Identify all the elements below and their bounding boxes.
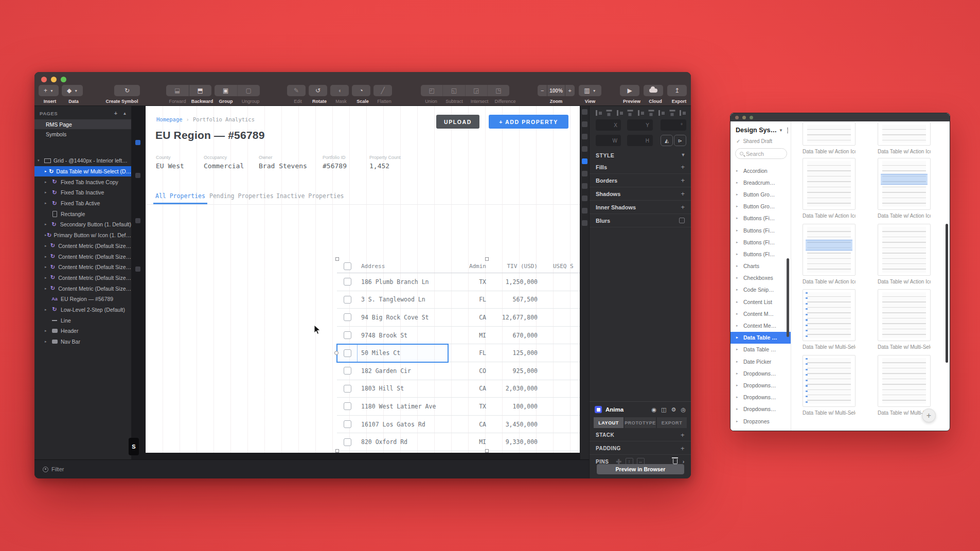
disclosure-triangle-icon[interactable] (38, 158, 43, 163)
library-category-item[interactable]: Dropdowns… (730, 379, 791, 391)
column-header-tiv[interactable]: TIV (USD) (486, 263, 538, 270)
upload-button[interactable]: UPLOAD (436, 115, 479, 129)
component-thumbnail[interactable]: Data Table w/ Multi-Select (… (803, 355, 856, 416)
target-icon[interactable]: ◉ (652, 406, 657, 413)
anima-tab[interactable]: EXPORT (657, 417, 687, 428)
row-checkbox[interactable] (344, 296, 351, 304)
intersect-button[interactable]: ◲ (465, 85, 487, 96)
disclosure-triangle-icon[interactable] (45, 276, 49, 280)
disclosure-triangle-icon[interactable] (736, 395, 740, 399)
disclosure-triangle-icon[interactable] (736, 371, 740, 376)
disclosure-triangle-icon[interactable] (736, 240, 740, 244)
panel-icon[interactable]: ◫ (661, 406, 666, 413)
plugin-strip-icon[interactable] (582, 220, 587, 226)
plugin-strip-icon[interactable] (582, 134, 587, 139)
plugin-strip-icon[interactable] (582, 146, 587, 152)
row-checkbox[interactable] (344, 420, 351, 428)
close-button[interactable] (41, 77, 47, 82)
disclosure-triangle-icon[interactable] (736, 312, 740, 316)
layer-row[interactable]: Primary Button w/ Icon (1. Def… (34, 230, 131, 241)
row-checkbox[interactable] (344, 278, 351, 286)
library-category-item[interactable]: Checkboxes (730, 272, 791, 284)
disclosure-triangle-icon[interactable] (736, 169, 740, 173)
disclosure-triangle-icon[interactable] (736, 204, 740, 208)
width-field[interactable]: W (596, 135, 621, 146)
canvas-gutter-icon[interactable] (135, 173, 140, 178)
flip-vertical-button[interactable]: ⊳ (674, 135, 686, 146)
layer-row[interactable]: EU Region — #56789 (34, 294, 131, 305)
page-item[interactable]: RMS Page (34, 119, 131, 129)
layer-row[interactable]: Data Table w/ Multi-Select (D… (34, 166, 131, 177)
style-section-header[interactable]: STYLE ▼ (596, 152, 686, 158)
disclosure-triangle-icon[interactable] (45, 340, 50, 344)
trash-icon[interactable] (673, 459, 678, 464)
layer-row[interactable]: Fixed Tab Inactive Copy (34, 176, 131, 187)
minimize-button[interactable] (51, 77, 57, 82)
add-component-button[interactable]: + (922, 408, 936, 422)
library-category-item[interactable]: Data Table … (730, 344, 791, 356)
breadcrumb-home-link[interactable]: Homepage (156, 116, 183, 122)
mask-button[interactable]: ◖ (330, 85, 349, 96)
plugin-strip-icon[interactable] (582, 109, 587, 115)
insert-button[interactable]: +▼ (39, 85, 59, 96)
disclosure-triangle-icon[interactable] (45, 222, 50, 226)
style-row[interactable]: Blurs (590, 214, 691, 227)
layer-row[interactable]: Rectangle (34, 208, 131, 219)
align-top-icon[interactable] (607, 110, 612, 116)
distribute-v-icon[interactable] (669, 110, 675, 116)
component-preview[interactable] (803, 355, 856, 407)
resize-handle[interactable] (335, 449, 339, 453)
resize-handle[interactable] (485, 257, 489, 261)
search-box[interactable] (735, 148, 787, 159)
table-row[interactable]: 16107 Los Gatos Rd CA 3,450,000 (337, 416, 580, 434)
component-thumbnail[interactable]: Data Table w/ Action Icon (Z… (878, 224, 931, 285)
style-row[interactable]: Shadows + (590, 187, 691, 201)
canvas[interactable]: Homepage›Portfolio Analytics EU Region —… (132, 106, 580, 459)
disclosure-triangle-icon[interactable] (45, 287, 49, 291)
library-category-item[interactable]: Content List (730, 296, 791, 308)
distribute-h-icon[interactable] (658, 110, 665, 116)
library-category-item[interactable]: Content M… (730, 308, 791, 319)
library-category-item[interactable]: Button Gro… (730, 201, 791, 212)
preview-in-browser-button[interactable]: Preview in Browser (597, 464, 684, 474)
plugin-strip-icon[interactable] (582, 183, 587, 189)
zoom-in-button[interactable]: + (565, 85, 575, 96)
plugin-strip-icon[interactable] (582, 158, 587, 164)
add-icon[interactable]: + (681, 445, 685, 452)
disclosure-triangle-icon[interactable] (45, 244, 49, 248)
union-button[interactable]: ◰ (421, 85, 442, 96)
align-center-h-icon[interactable] (617, 110, 623, 116)
component-preview[interactable] (878, 224, 931, 276)
row-checkbox[interactable] (344, 331, 351, 339)
plugin-strip-icon[interactable] (582, 121, 587, 127)
layer-row[interactable]: Low-Level 2-Step (Default) (34, 305, 131, 315)
disclosure-triangle-icon[interactable] (736, 300, 740, 304)
disclosure-triangle-icon[interactable] (736, 264, 740, 268)
rotation-field[interactable]: ° (661, 119, 686, 131)
table-row[interactable]: 820 Oxford Rd MI 9,330,000 (337, 433, 580, 451)
page-item[interactable]: Symbols (34, 129, 131, 139)
chevron-right-icon[interactable]: › (683, 458, 685, 465)
ungroup-button[interactable]: ▢ (237, 85, 260, 96)
component-preview[interactable] (803, 158, 856, 210)
disclosure-triangle-icon[interactable] (736, 347, 740, 351)
resize-handle[interactable] (485, 449, 489, 453)
component-thumbnail[interactable]: Data Table w/ Action Icon (Z… (878, 158, 931, 219)
disclosure-triangle-icon[interactable] (736, 216, 740, 220)
disclosure-triangle-icon[interactable] (736, 419, 740, 423)
chevron-down-icon[interactable]: ▼ (779, 128, 783, 133)
disclosure-triangle-icon[interactable] (45, 265, 49, 269)
align-right-icon[interactable] (638, 110, 644, 116)
flip-horizontal-button[interactable]: ◭ (661, 135, 673, 146)
forward-button[interactable]: ⬓ (166, 85, 189, 96)
subtract-button[interactable]: ◱ (442, 85, 465, 96)
anima-section-row[interactable]: STACK + (590, 429, 691, 441)
list-scrollbar[interactable] (787, 258, 789, 337)
library-category-item[interactable]: Breadcrum… (730, 176, 791, 188)
disclosure-triangle-icon[interactable] (45, 201, 50, 205)
view-button[interactable]: ▥▼ (579, 85, 601, 96)
disclosure-triangle-icon[interactable] (45, 255, 49, 259)
rotate-button[interactable]: ↺ (309, 85, 327, 96)
anima-tab[interactable]: PROTOTYPE (625, 417, 656, 428)
component-preview[interactable] (878, 158, 931, 210)
